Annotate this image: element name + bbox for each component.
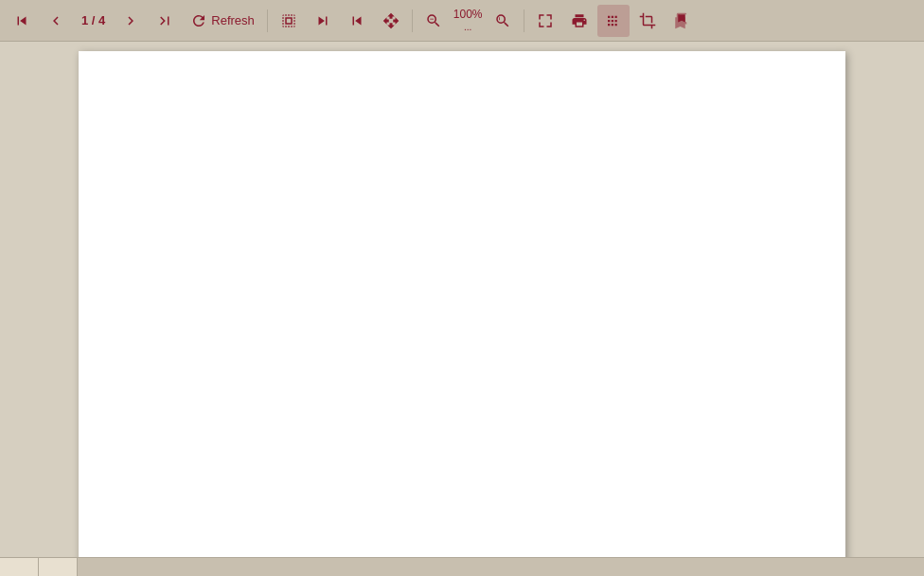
next-page-button[interactable] — [115, 5, 147, 37]
content-area — [0, 42, 924, 557]
print-icon — [571, 12, 588, 29]
fit-page-button[interactable] — [529, 5, 561, 37]
toolbar-separator-2 — [412, 9, 413, 32]
prev-page-button[interactable] — [40, 5, 72, 37]
last-page-button[interactable] — [149, 5, 181, 37]
first-page-button[interactable] — [6, 5, 38, 37]
bottom-tab-2[interactable] — [39, 558, 78, 576]
pan-left-button[interactable] — [307, 5, 339, 37]
zoom-out-button[interactable] — [418, 5, 450, 37]
zoom-indicator: 100% ... — [452, 9, 485, 31]
move-icon — [382, 12, 400, 29]
bookmarks-button[interactable] — [666, 5, 698, 37]
select-text-icon — [280, 12, 297, 29]
zoom-in-button[interactable] — [487, 5, 519, 37]
bottom-bar — [0, 557, 924, 576]
pan-right-button[interactable] — [341, 5, 373, 37]
refresh-icon — [190, 12, 207, 29]
bottom-tab-1[interactable] — [0, 558, 39, 576]
refresh-label: Refresh — [211, 13, 255, 27]
document-page — [79, 51, 845, 557]
prev-page-icon — [47, 12, 64, 29]
refresh-button[interactable]: Refresh — [183, 9, 262, 33]
zoom-out-icon — [425, 12, 442, 29]
zoom-in-icon — [494, 12, 511, 29]
toolbar-separator-3 — [524, 9, 524, 32]
crop-button[interactable] — [631, 5, 664, 37]
select-text-button[interactable] — [273, 5, 305, 37]
bookmarks-icon — [673, 12, 690, 29]
thumbnail-button[interactable] — [597, 5, 630, 37]
fit-page-icon — [537, 12, 554, 29]
toolbar: 1 / 4 Refresh — [0, 0, 924, 42]
crop-icon — [639, 12, 656, 29]
toolbar-separator-1 — [267, 9, 268, 32]
next-page-icon — [122, 12, 139, 29]
move-button[interactable] — [375, 5, 407, 37]
print-button[interactable] — [563, 5, 595, 37]
first-page-icon — [13, 12, 30, 29]
page-indicator: 1 / 4 — [74, 13, 113, 27]
pan-left-icon — [314, 12, 331, 29]
pan-right-icon — [348, 12, 365, 29]
thumbnail-icon — [605, 12, 622, 29]
last-page-icon — [156, 12, 173, 29]
